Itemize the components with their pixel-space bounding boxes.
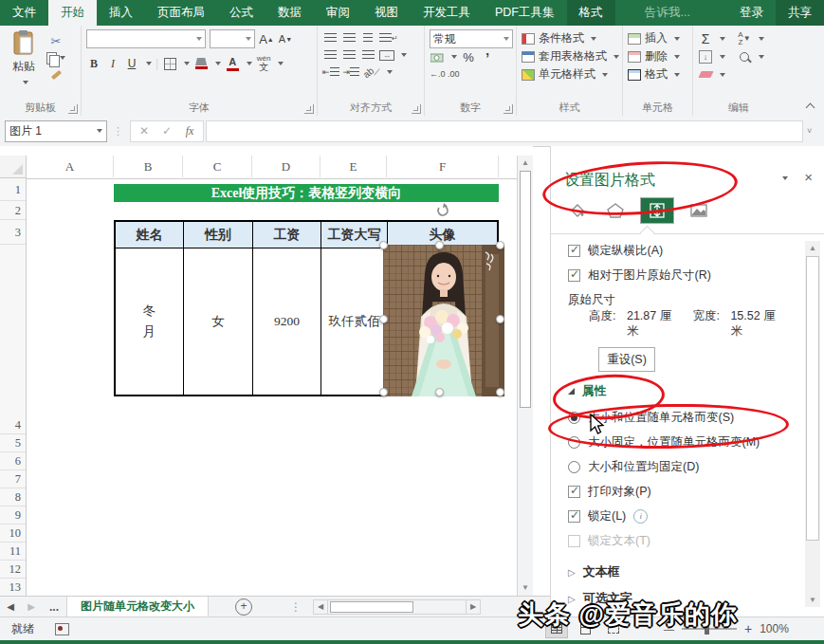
phonetic-button[interactable]: wén文 [256,56,271,71]
sheet-tab-active[interactable]: 图片随单元格改变大小 [66,597,209,617]
horizontal-scroll-thumb[interactable] [330,601,413,613]
italic-button[interactable]: I [105,56,120,71]
select-all-corner[interactable] [0,156,27,178]
worksheet[interactable]: ABCDEF 12345678910111213141516 Excel使用技巧… [0,146,533,596]
radio-button-2[interactable] [568,461,580,473]
rotate-handle-icon[interactable] [434,203,449,218]
radio-row-2[interactable]: 大小和位置均固定(D) [568,459,699,475]
merge-center-button[interactable]: ↔ [379,47,394,63]
dialog-launcher-icon[interactable] [304,104,314,114]
text-box-section[interactable]: ▷ 文本框 [568,563,620,580]
cell-salary-caps[interactable]: 玖仟贰佰 [321,248,388,395]
next-sheet-icon[interactable]: ▶ [21,601,42,612]
row-header-5[interactable]: 5 [0,434,26,452]
decimal-buttons[interactable]: ←.0 .00 [430,69,460,79]
name-box[interactable]: 图片 1 [5,120,107,142]
selection-handle-1[interactable] [435,241,444,249]
cut-button[interactable]: ✂ [46,33,65,48]
dialog-launcher-icon[interactable] [504,104,513,114]
sheet-list-dots[interactable]: ... [49,600,59,614]
formula-input[interactable] [206,120,803,142]
row-header-4[interactable]: 4 [0,416,26,434]
lock-row[interactable]: 锁定(L) i [568,508,648,524]
orientation-button[interactable]: ab⟋ [363,64,379,80]
format-as-table-button[interactable]: 套用表格格式 [522,47,619,65]
row-header-9[interactable]: 9 [0,506,26,524]
autosum-button[interactable]: Σ [698,31,713,46]
align-right-button[interactable] [360,47,375,63]
insert-function-button[interactable]: fx [178,124,201,138]
align-bottom-button[interactable] [360,30,375,46]
fill-color-button[interactable] [193,56,209,71]
row-header-8[interactable]: 8 [0,488,26,506]
row-header-2[interactable]: 2 [0,201,26,220]
relative-original-checkbox[interactable] [568,269,580,282]
ribbon-tab-9[interactable]: PDF工具集 [483,0,567,26]
shrink-font-button[interactable]: A▼ [278,31,293,46]
selection-handle-4[interactable] [496,315,504,323]
font-size-select[interactable] [210,29,255,48]
format-cells-button[interactable]: 格式 [628,65,689,83]
column-header-B[interactable]: B [114,156,183,177]
photo-image[interactable] [383,245,504,396]
conditional-format-button[interactable]: 条件格式 [522,29,619,47]
row-header-6[interactable]: 6 [0,452,26,470]
enter-button[interactable]: ✓ [156,124,178,138]
delete-cells-button[interactable]: 删除 [628,47,689,65]
pane-scroll-thumb[interactable] [806,256,819,541]
align-center-button[interactable] [341,47,357,63]
align-left-button[interactable] [322,47,338,63]
selection-handle-3[interactable] [379,315,388,323]
scroll-down-icon[interactable]: ▼ [520,582,531,594]
wrap-text-button[interactable]: ↵ [379,30,398,46]
column-header-F[interactable]: F [387,156,499,177]
print-object-row[interactable]: 打印对象(P) [568,484,651,500]
row-header-11[interactable]: 11 [0,543,26,561]
paste-button[interactable]: 粘贴 [5,29,43,88]
increase-indent-button[interactable]: ⇥ [343,64,360,80]
align-middle-button[interactable] [341,30,357,46]
bold-button[interactable]: B [86,56,101,71]
prev-sheet-icon[interactable]: ◀ [0,601,21,612]
selection-handle-5[interactable] [379,388,388,396]
cell-name[interactable]: 冬月 [116,248,184,395]
print-object-checkbox[interactable] [568,486,580,498]
row-header-12[interactable]: 12 [0,561,26,579]
percent-button[interactable]: % [461,49,476,64]
column-header-E[interactable]: E [320,156,387,177]
row-header-7[interactable]: 7 [0,470,26,488]
format-painter-button[interactable] [46,67,65,83]
pane-scrollbar[interactable]: ▲ ▼ [805,241,820,607]
row-header-13[interactable]: 13 [0,579,26,597]
ribbon-tab-10[interactable]: 格式 [567,0,615,26]
selection-handle-7[interactable] [496,388,504,396]
ribbon-tab-4[interactable]: 公式 [217,0,266,26]
dialog-launcher-icon[interactable] [412,104,421,114]
ribbon-tab-6[interactable]: 审阅 [314,0,362,26]
scroll-up-icon[interactable]: ▲ [520,157,531,169]
horizontal-scrollbar[interactable]: ◀ ▶ [313,599,481,615]
selection-handle-6[interactable] [435,388,444,396]
font-name-select[interactable] [86,29,206,48]
vertical-scroll-thumb[interactable] [520,171,531,408]
pane-options-icon[interactable] [782,176,788,180]
cell-salary[interactable]: 9200 [253,248,321,395]
lock-aspect-row[interactable]: 锁定纵横比(A) [568,243,663,259]
insert-cells-button[interactable]: 插入 [628,29,689,47]
clear-button[interactable] [698,67,713,83]
column-header-A[interactable]: A [27,156,114,177]
new-sheet-button[interactable]: + [235,598,252,616]
ribbon-tab-7[interactable]: 视图 [362,0,411,26]
borders-button[interactable] [162,56,177,71]
font-color-button[interactable]: A [225,56,240,71]
cell-gender[interactable]: 女 [184,248,253,395]
ribbon-tab-1[interactable]: 开始 [48,0,97,26]
row-header-1[interactable]: 1 [0,178,26,201]
align-top-button[interactable] [322,30,338,46]
collapse-ribbon-icon[interactable] [807,102,815,110]
tab-bar-splitter[interactable]: ⋮ [290,600,302,614]
row-header-10[interactable]: 10 [0,524,26,543]
ribbon-tab-3[interactable]: 页面布局 [145,0,217,26]
scroll-left-icon[interactable]: ◀ [313,599,328,615]
lock-aspect-checkbox[interactable] [568,245,580,257]
